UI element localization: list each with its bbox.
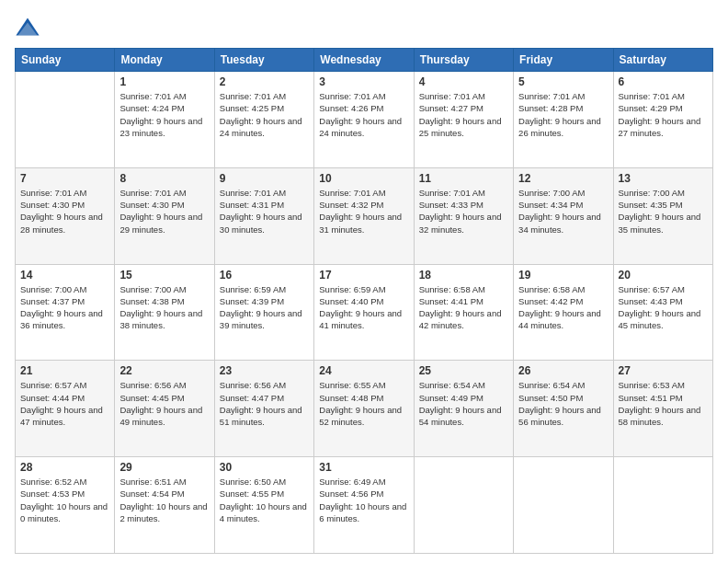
cell-info: Sunrise: 6:50 AM Sunset: 4:55 PM Dayligh… [220, 476, 309, 524]
day-number: 17 [319, 269, 408, 282]
calendar-cell: 2 Sunrise: 7:01 AM Sunset: 4:25 PM Dayli… [214, 72, 313, 168]
weekday-header-sunday: Sunday [16, 49, 115, 72]
calendar-cell: 23 Sunrise: 6:56 AM Sunset: 4:47 PM Dayl… [214, 361, 313, 457]
calendar-cell: 11 Sunrise: 7:01 AM Sunset: 4:33 PM Dayl… [414, 167, 513, 264]
header [15, 15, 713, 40]
day-number: 30 [220, 461, 309, 474]
day-number: 13 [619, 172, 708, 185]
cell-info: Sunrise: 7:01 AM Sunset: 4:30 PM Dayligh… [20, 187, 109, 236]
cell-info: Sunrise: 7:01 AM Sunset: 4:30 PM Dayligh… [119, 187, 209, 236]
calendar-cell: 8 Sunrise: 7:01 AM Sunset: 4:30 PM Dayli… [115, 167, 214, 264]
day-number: 10 [319, 172, 408, 185]
cell-info: Sunrise: 7:00 AM Sunset: 4:38 PM Dayligh… [119, 283, 209, 332]
day-number: 18 [419, 269, 508, 282]
calendar-cell: 14 Sunrise: 7:00 AM Sunset: 4:37 PM Dayl… [16, 264, 115, 361]
calendar-cell: 24 Sunrise: 6:55 AM Sunset: 4:48 PM Dayl… [314, 361, 414, 457]
cell-info: Sunrise: 7:00 AM Sunset: 4:37 PM Dayligh… [20, 283, 109, 332]
day-number: 15 [119, 269, 209, 282]
day-number: 21 [20, 364, 109, 377]
weekday-header-friday: Friday [514, 49, 613, 72]
cell-info: Sunrise: 7:01 AM Sunset: 4:31 PM Dayligh… [220, 187, 309, 236]
cell-info: Sunrise: 6:58 AM Sunset: 4:41 PM Dayligh… [419, 283, 508, 332]
calendar-cell [613, 457, 712, 554]
weekday-header-saturday: Saturday [613, 49, 712, 72]
calendar-cell: 13 Sunrise: 7:00 AM Sunset: 4:35 PM Dayl… [613, 167, 712, 264]
cell-info: Sunrise: 6:58 AM Sunset: 4:42 PM Dayligh… [518, 283, 608, 332]
logo [15, 15, 44, 40]
cell-info: Sunrise: 6:49 AM Sunset: 4:56 PM Dayligh… [319, 476, 408, 524]
week-row-5: 28 Sunrise: 6:52 AM Sunset: 4:53 PM Dayl… [16, 457, 713, 554]
day-number: 7 [20, 172, 109, 185]
calendar-cell: 28 Sunrise: 6:52 AM Sunset: 4:53 PM Dayl… [16, 457, 115, 554]
day-number: 22 [119, 364, 209, 377]
cell-info: Sunrise: 6:56 AM Sunset: 4:45 PM Dayligh… [119, 379, 209, 428]
day-number: 5 [518, 75, 608, 88]
cell-info: Sunrise: 7:01 AM Sunset: 4:33 PM Dayligh… [419, 187, 508, 236]
calendar-cell: 20 Sunrise: 6:57 AM Sunset: 4:43 PM Dayl… [613, 264, 712, 361]
cell-info: Sunrise: 6:55 AM Sunset: 4:48 PM Dayligh… [319, 379, 408, 428]
calendar-cell: 22 Sunrise: 6:56 AM Sunset: 4:45 PM Dayl… [115, 361, 214, 457]
weekday-header-monday: Monday [115, 49, 214, 72]
cell-info: Sunrise: 7:01 AM Sunset: 4:24 PM Dayligh… [119, 90, 209, 139]
day-number: 26 [518, 364, 608, 377]
day-number: 23 [220, 364, 309, 377]
week-row-1: 1 Sunrise: 7:01 AM Sunset: 4:24 PM Dayli… [16, 72, 713, 168]
calendar-cell: 27 Sunrise: 6:53 AM Sunset: 4:51 PM Dayl… [613, 361, 712, 457]
calendar-cell [414, 457, 513, 554]
cell-info: Sunrise: 7:01 AM Sunset: 4:29 PM Dayligh… [619, 90, 708, 139]
day-number: 16 [220, 269, 309, 282]
day-number: 8 [119, 172, 209, 185]
weekday-header-wednesday: Wednesday [314, 49, 414, 72]
day-number: 12 [518, 172, 608, 185]
day-number: 11 [419, 172, 508, 185]
day-number: 6 [619, 75, 708, 88]
cell-info: Sunrise: 6:52 AM Sunset: 4:53 PM Dayligh… [20, 476, 109, 524]
day-number: 31 [319, 461, 408, 474]
day-number: 27 [619, 364, 708, 377]
calendar-cell: 4 Sunrise: 7:01 AM Sunset: 4:27 PM Dayli… [414, 72, 513, 168]
cell-info: Sunrise: 6:56 AM Sunset: 4:47 PM Dayligh… [220, 379, 309, 428]
week-row-3: 14 Sunrise: 7:00 AM Sunset: 4:37 PM Dayl… [16, 264, 713, 361]
day-number: 2 [220, 75, 309, 88]
calendar-cell: 29 Sunrise: 6:51 AM Sunset: 4:54 PM Dayl… [115, 457, 214, 554]
day-number: 28 [20, 461, 109, 474]
cell-info: Sunrise: 6:59 AM Sunset: 4:40 PM Dayligh… [319, 283, 408, 332]
weekday-header-tuesday: Tuesday [214, 49, 313, 72]
weekday-header-thursday: Thursday [414, 49, 513, 72]
calendar-cell: 30 Sunrise: 6:50 AM Sunset: 4:55 PM Dayl… [214, 457, 313, 554]
calendar-cell: 31 Sunrise: 6:49 AM Sunset: 4:56 PM Dayl… [314, 457, 414, 554]
cell-info: Sunrise: 6:54 AM Sunset: 4:50 PM Dayligh… [518, 379, 608, 428]
calendar-cell: 19 Sunrise: 6:58 AM Sunset: 4:42 PM Dayl… [514, 264, 613, 361]
cell-info: Sunrise: 7:01 AM Sunset: 4:27 PM Dayligh… [419, 90, 508, 139]
calendar-cell: 1 Sunrise: 7:01 AM Sunset: 4:24 PM Dayli… [115, 72, 214, 168]
logo-icon [15, 15, 40, 40]
cell-info: Sunrise: 6:54 AM Sunset: 4:49 PM Dayligh… [419, 379, 508, 428]
cell-info: Sunrise: 6:57 AM Sunset: 4:43 PM Dayligh… [619, 283, 708, 332]
day-number: 3 [319, 75, 408, 88]
day-number: 14 [20, 269, 109, 282]
calendar-table: SundayMondayTuesdayWednesdayThursdayFrid… [15, 48, 713, 554]
cell-info: Sunrise: 7:01 AM Sunset: 4:28 PM Dayligh… [518, 90, 608, 139]
day-number: 19 [518, 269, 608, 282]
calendar-cell: 7 Sunrise: 7:01 AM Sunset: 4:30 PM Dayli… [16, 167, 115, 264]
day-number: 20 [619, 269, 708, 282]
day-number: 9 [220, 172, 309, 185]
day-number: 25 [419, 364, 508, 377]
day-number: 24 [319, 364, 408, 377]
page: SundayMondayTuesdayWednesdayThursdayFrid… [0, 0, 728, 563]
calendar-cell [16, 72, 115, 168]
cell-info: Sunrise: 7:00 AM Sunset: 4:35 PM Dayligh… [619, 187, 708, 236]
day-number: 1 [119, 75, 209, 88]
calendar-cell: 3 Sunrise: 7:01 AM Sunset: 4:26 PM Dayli… [314, 72, 414, 168]
weekday-header-row: SundayMondayTuesdayWednesdayThursdayFrid… [16, 49, 713, 72]
week-row-2: 7 Sunrise: 7:01 AM Sunset: 4:30 PM Dayli… [16, 167, 713, 264]
calendar-cell: 6 Sunrise: 7:01 AM Sunset: 4:29 PM Dayli… [613, 72, 712, 168]
day-number: 4 [419, 75, 508, 88]
cell-info: Sunrise: 6:59 AM Sunset: 4:39 PM Dayligh… [220, 283, 309, 332]
cell-info: Sunrise: 6:53 AM Sunset: 4:51 PM Dayligh… [619, 379, 708, 428]
cell-info: Sunrise: 6:57 AM Sunset: 4:44 PM Dayligh… [20, 379, 109, 428]
calendar-cell: 12 Sunrise: 7:00 AM Sunset: 4:34 PM Dayl… [514, 167, 613, 264]
calendar-cell: 25 Sunrise: 6:54 AM Sunset: 4:49 PM Dayl… [414, 361, 513, 457]
calendar-cell: 15 Sunrise: 7:00 AM Sunset: 4:38 PM Dayl… [115, 264, 214, 361]
cell-info: Sunrise: 7:01 AM Sunset: 4:26 PM Dayligh… [319, 90, 408, 139]
